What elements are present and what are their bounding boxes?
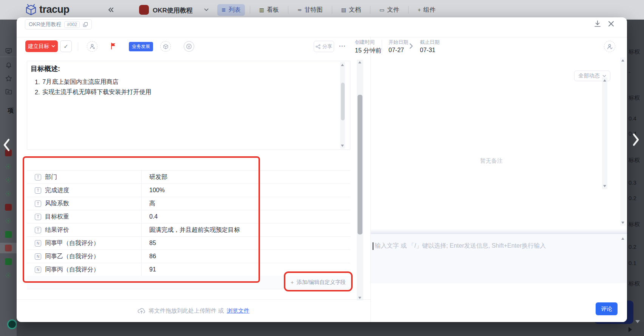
project-list-item[interactable] bbox=[5, 245, 12, 251]
start-date-value[interactable]: 07-27 bbox=[389, 47, 404, 54]
view-tab[interactable]: + 组件 bbox=[413, 4, 440, 16]
comment-input[interactable]: 输入文字 或 「/」键以选择; Enter发送信息, Shift+Enter换行… bbox=[371, 234, 627, 283]
complete-checkbox-button[interactable]: ✓ bbox=[60, 40, 72, 52]
plus-icon: + bbox=[418, 7, 421, 13]
create-goal-button[interactable]: 建立目标 bbox=[25, 40, 58, 52]
left-sidebar: 项 bbox=[0, 20, 17, 336]
share-button[interactable]: 分享 bbox=[314, 41, 334, 52]
view-tab-label: 甘特图 bbox=[305, 6, 323, 14]
scroll-up-icon[interactable] bbox=[621, 59, 624, 62]
background-text-fragment: 0.2 bbox=[629, 195, 644, 201]
annotation-rectangle-table bbox=[23, 156, 260, 283]
assignee-button[interactable] bbox=[87, 41, 98, 52]
description-heading: 目标概述: bbox=[31, 64, 60, 73]
project-list-item[interactable] bbox=[5, 190, 12, 197]
scroll-up-icon[interactable] bbox=[341, 64, 344, 66]
next-issue-chevron-icon[interactable] bbox=[632, 133, 640, 146]
text-cursor bbox=[373, 242, 373, 250]
list-number: 2. bbox=[35, 89, 40, 96]
version-button[interactable] bbox=[184, 41, 194, 52]
submit-comment-button[interactable]: 评论 bbox=[596, 302, 618, 315]
scroll-down-icon[interactable] bbox=[635, 320, 640, 323]
close-icon[interactable] bbox=[607, 20, 615, 28]
issue-project-name[interactable]: OKR使用教程 bbox=[29, 21, 61, 28]
view-tab-label: 列表 bbox=[229, 6, 241, 14]
scrollbar-thumb[interactable] bbox=[358, 95, 362, 234]
description-scrollbar[interactable] bbox=[340, 62, 345, 149]
content-scrollbar[interactable] bbox=[357, 60, 363, 301]
project-title[interactable]: OKR使用教程 bbox=[153, 6, 193, 15]
list-text: 实现主流手机无障碍下载安装并打开使用 bbox=[42, 88, 151, 96]
watcher-icon bbox=[607, 43, 613, 50]
list-number: 1. bbox=[35, 79, 40, 86]
end-date-value[interactable]: 07-31 bbox=[420, 47, 435, 54]
board-icon: ▥ bbox=[259, 7, 264, 13]
comment-top-shadow bbox=[371, 229, 627, 234]
view-tab[interactable]: ≣ 列表 bbox=[217, 4, 245, 16]
upload-cloud-icon bbox=[138, 308, 146, 314]
scroll-up-icon[interactable] bbox=[621, 237, 624, 240]
tab-separator bbox=[250, 6, 250, 14]
scroll-right-icon[interactable] bbox=[629, 327, 632, 332]
list-text: 7月底上架国内主流应用商店 bbox=[42, 78, 118, 86]
tracup-logo-icon bbox=[24, 3, 38, 17]
comment-scrollbar[interactable] bbox=[620, 236, 625, 288]
description-box[interactable] bbox=[27, 61, 350, 150]
created-time-label: 创建时间 bbox=[355, 39, 375, 46]
view-tab-label: 组件 bbox=[423, 6, 435, 14]
annotation-rectangle-add-field bbox=[284, 271, 353, 291]
scroll-up-icon[interactable] bbox=[358, 61, 361, 63]
view-tab-label: 文档 bbox=[349, 6, 361, 14]
scroll-down-icon[interactable] bbox=[621, 222, 624, 224]
collapse-sidebar-icon[interactable] bbox=[107, 6, 115, 14]
view-tab-label: 文件 bbox=[387, 6, 399, 14]
background-text-fragment: 0.4 bbox=[629, 115, 644, 122]
chevron-down-icon bbox=[51, 45, 55, 48]
created-time-value: 15 分钟前 bbox=[355, 47, 381, 55]
project-list-item[interactable] bbox=[5, 177, 12, 183]
project-list-item[interactable] bbox=[5, 272, 12, 279]
priority-flag-icon[interactable] bbox=[110, 42, 117, 50]
description-list-item: 2. 实现主流手机无障碍下载安装并打开使用 bbox=[35, 87, 151, 97]
copy-link-icon[interactable] bbox=[83, 22, 88, 27]
panel-scrollbar[interactable] bbox=[620, 57, 625, 226]
sprint-cube-icon bbox=[163, 44, 169, 49]
screen: tracup OKR使用教程 ≣ 列表 ▥ 看板 ≂ 甘特图 bbox=[0, 0, 644, 336]
description-list: 1. 7月底上架国内主流应用商店 2. 实现主流手机无障碍下载安装并打开使用 bbox=[35, 77, 151, 97]
scroll-down-icon[interactable] bbox=[358, 297, 361, 299]
scroll-down-icon[interactable] bbox=[603, 185, 606, 187]
more-actions-icon[interactable]: ⋯ bbox=[339, 42, 346, 50]
end-date-label: 截止日期 bbox=[420, 39, 440, 46]
issue-id-badge: #002 bbox=[64, 21, 80, 28]
browse-files-link[interactable]: 浏览文件 bbox=[227, 307, 249, 314]
background-text-fragment: 标权 bbox=[629, 280, 644, 287]
scrollbar-thumb[interactable] bbox=[341, 83, 345, 120]
upload-dropzone[interactable]: 将文件拖放到此处上传附件 或 浏览文件 bbox=[17, 300, 370, 322]
assignee-icon bbox=[89, 43, 95, 49]
view-tab[interactable]: ≂ 甘特图 bbox=[293, 4, 327, 16]
scroll-down-icon[interactable] bbox=[341, 145, 344, 147]
view-tab[interactable]: ▤ 文档 bbox=[337, 4, 365, 16]
background-text-fragment: 标权 bbox=[629, 221, 644, 228]
project-list-item[interactable] bbox=[5, 217, 12, 224]
notes-scrollbar[interactable] bbox=[602, 77, 607, 189]
download-icon[interactable] bbox=[593, 20, 602, 28]
background-bottom-strip bbox=[17, 322, 644, 336]
share-label: 分享 bbox=[322, 43, 332, 50]
project-list-item[interactable] bbox=[5, 163, 12, 170]
view-tab[interactable]: ▭ 文件 bbox=[375, 4, 403, 16]
sprint-button[interactable] bbox=[160, 41, 171, 52]
project-avatar[interactable] bbox=[139, 5, 149, 15]
assistant-icon[interactable] bbox=[7, 319, 17, 329]
background-text-fragment: 标权 bbox=[629, 94, 644, 102]
scroll-up-icon[interactable] bbox=[603, 79, 606, 82]
watcher-button[interactable] bbox=[604, 41, 615, 52]
project-list-item[interactable] bbox=[5, 231, 12, 238]
file-icon: ▭ bbox=[379, 7, 384, 13]
view-tab[interactable]: ▥ 看板 bbox=[255, 4, 283, 16]
project-list-item[interactable] bbox=[5, 258, 12, 265]
chevron-down-icon[interactable] bbox=[204, 8, 209, 11]
prev-issue-chevron-icon[interactable] bbox=[2, 138, 11, 152]
category-tag[interactable]: 业务发展 bbox=[129, 42, 153, 51]
project-list-item[interactable] bbox=[5, 204, 12, 211]
